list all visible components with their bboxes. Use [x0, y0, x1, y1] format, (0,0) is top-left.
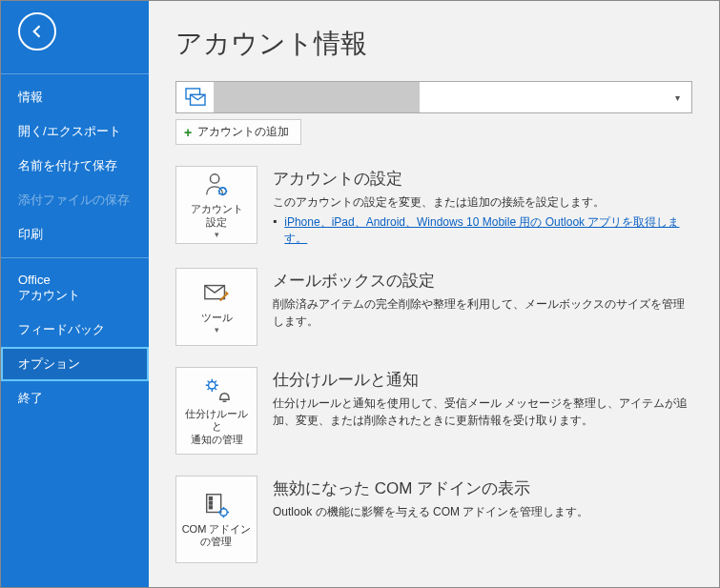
page-title: アカウント情報 — [175, 26, 694, 62]
bullet-icon: ▪ — [273, 214, 277, 247]
plus-icon: + — [184, 125, 192, 140]
sidebar-item-options[interactable]: オプション — [1, 347, 149, 381]
backstage-sidebar: 情報 開く/エクスポート 名前を付けて保存 添付ファイルの保存 印刷 Offic… — [1, 1, 149, 587]
section-desc: このアカウントの設定を変更、または追加の接続を設定します。 — [273, 193, 694, 211]
chevron-down-icon: ▾ — [215, 230, 219, 239]
section-title: 無効になった COM アドインの表示 — [273, 477, 694, 499]
main-content: アカウント情報 ▾ + アカウントの追加 アカウント 設定 ▾ — [149, 1, 719, 587]
chevron-down-icon: ▾ — [215, 325, 219, 335]
section-title: メールボックスの設定 — [273, 270, 694, 292]
section-title: 仕分けルールと通知 — [273, 369, 694, 391]
account-name-field — [215, 82, 420, 112]
sidebar-item-feedback[interactable]: フィードバック — [1, 313, 149, 347]
tile-label: COM アドイン の管理 — [182, 523, 252, 548]
sidebar-item-exit[interactable]: 終了 — [1, 381, 149, 416]
tile-label: アカウント 設定 — [191, 203, 243, 228]
section-account-settings: アカウント 設定 ▾ アカウントの設定 このアカウントの設定を変更、または追加の… — [175, 166, 694, 247]
section-rules-alerts: 仕分けルールと 通知の管理 仕分けルールと通知 仕分けルールと通知を使用して、受… — [175, 367, 694, 455]
sidebar-item-open-export[interactable]: 開く/エクスポート — [1, 114, 149, 149]
addin-gear-icon — [201, 491, 232, 519]
sidebar-item-office-account[interactable]: Office アカウント — [1, 264, 149, 313]
section-desc: Outlook の機能に影響を与える COM アドインを管理します。 — [273, 503, 694, 520]
tile-rules-alerts[interactable]: 仕分けルールと 通知の管理 — [175, 367, 257, 455]
tile-com-addins[interactable]: COM アドイン の管理 — [175, 476, 257, 563]
section-desc: 削除済みアイテムの完全削除や整理を利用して、メールボックスのサイズを管理します。 — [273, 295, 694, 330]
section-title: アカウントの設定 — [273, 168, 694, 190]
tile-account-settings[interactable]: アカウント 設定 ▾ — [175, 166, 257, 244]
account-dropdown-area[interactable]: ▾ — [420, 82, 691, 112]
svg-rect-9 — [210, 506, 213, 509]
section-mailbox-settings: ツール ▾ メールボックスの設定 削除済みアイテムの完全削除や整理を利用して、メ… — [175, 268, 694, 346]
add-account-button[interactable]: + アカウントの追加 — [175, 119, 301, 145]
outlook-app-link[interactable]: iPhone、iPad、Android、Windows 10 Mobile 用の… — [284, 214, 694, 247]
chevron-down-icon: ▾ — [675, 92, 680, 103]
add-account-label: アカウントの追加 — [197, 124, 289, 140]
section-desc: 仕分けルールと通知を使用して、受信メール メッセージを整理し、アイテムが追加、変… — [273, 395, 694, 429]
svg-point-2 — [210, 174, 218, 183]
section-com-addins: COM アドイン の管理 無効になった COM アドインの表示 Outlook … — [175, 476, 694, 563]
back-arrow-icon — [28, 22, 47, 41]
svg-rect-8 — [210, 501, 213, 504]
sidebar-item-info[interactable]: 情報 — [1, 80, 149, 114]
sidebar-item-print[interactable]: 印刷 — [1, 217, 149, 252]
sidebar-item-save-attachments: 添付ファイルの保存 — [1, 183, 149, 217]
sidebar-item-save-as[interactable]: 名前を付けて保存 — [1, 149, 149, 183]
nav-separator — [1, 73, 149, 74]
tile-label: ツール — [201, 312, 233, 324]
back-button[interactable] — [18, 12, 56, 51]
account-selector[interactable]: ▾ — [175, 81, 692, 113]
tile-tools[interactable]: ツール ▾ — [175, 268, 257, 346]
person-gear-icon — [201, 171, 232, 199]
gear-bell-icon — [201, 375, 232, 404]
svg-rect-7 — [210, 497, 213, 499]
account-mail-icon — [176, 82, 215, 112]
svg-point-5 — [209, 382, 216, 390]
mailbox-tools-icon — [201, 279, 232, 308]
tile-label: 仕分けルールと 通知の管理 — [180, 408, 253, 446]
nav-separator — [1, 257, 149, 258]
